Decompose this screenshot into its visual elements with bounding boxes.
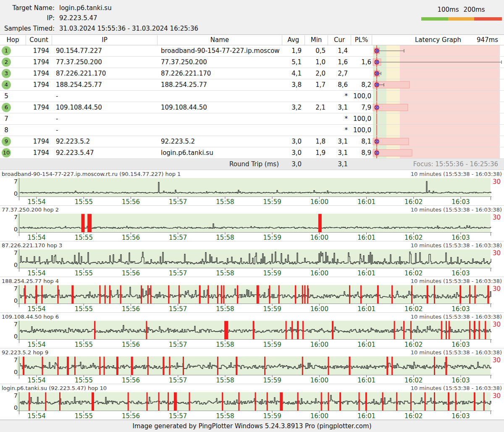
svg-text:16:01: 16:01 [357,412,375,419]
timeline-plot[interactable]: 15:5415:5515:5615:5715:5815:5916:0016:01… [0,392,504,419]
latency-graph-cell [372,45,504,56]
legend-200ms-label: 200ms [463,6,485,13]
svg-text:16:01: 16:01 [357,270,375,277]
timeline-range-label: 10 minutes (15:53:38 - 16:03:38) [411,314,502,320]
svg-text:15:56: 15:56 [122,270,140,277]
hop-badge: 8 [2,126,11,135]
col-header-avg: Avg [282,35,305,45]
timeline-title: 87.226.221.170 hop 3 [2,242,62,249]
avg-cell: 3,0 [282,138,305,145]
svg-text:16:00: 16:00 [310,234,328,241]
col-header-latency-graph: Latency Graph 947ms [372,35,504,45]
latency-graph-cell [372,57,504,68]
svg-text:16:03: 16:03 [452,270,470,277]
timeline-title: login.p6.tanki.su (92.223.5.47) hop 10 [2,385,107,391]
svg-text:16:03: 16:03 [452,412,470,419]
svg-text:16:01: 16:01 [357,234,375,241]
timeline-plot[interactable]: 15:5415:5515:5615:5715:5815:5916:0016:01… [0,285,504,312]
svg-text:15:57: 15:57 [169,341,187,348]
svg-text:0: 0 [14,226,18,233]
avg-cell: 3,8 [282,81,305,89]
hop-badge: 5 [2,92,11,101]
legend-green-segment [421,17,448,21]
svg-text:30: 30 [493,321,501,328]
svg-text:7: 7 [14,321,18,327]
latency-graph-cell [372,79,504,90]
svg-text:15:59: 15:59 [263,198,281,205]
table-row[interactable]: 10 1794 92.223.5.47 login.p6.tanki.su 3,… [0,147,504,159]
round-trip-avg: 3,0 [282,160,305,168]
avg-cell: 5,1 [282,58,305,66]
legend-100ms-label: 100ms [437,6,459,13]
svg-text:15:57: 15:57 [169,377,187,384]
svg-text:15:57: 15:57 [169,412,187,419]
hop-badge: 4 [2,80,11,89]
svg-text:15:56: 15:56 [122,234,140,241]
pl-cell: 100,0 [351,92,372,100]
svg-text:7: 7 [14,392,18,399]
hop-badge: 2 [2,58,11,67]
svg-text:16:00: 16:00 [310,341,328,348]
timeline-title: 92.223.5.2 hop 9 [2,349,48,356]
target-name-value: login.p6.tanki.su [59,3,112,13]
min-cell: 1,9 [305,149,328,157]
svg-text:16:03: 16:03 [452,234,470,241]
timeline-plot[interactable]: 15:5415:5515:5615:5715:5815:5916:0016:01… [0,249,504,277]
legend-orange-segment [448,17,474,21]
svg-text:0: 0 [14,262,18,268]
svg-text:15:54: 15:54 [28,377,46,384]
table-row[interactable]: 4 1794 188.254.25.77 188.254.25.77 3,8 1… [0,79,504,91]
svg-text:15:59: 15:59 [263,270,281,277]
latency-color-legend: 100ms 200ms [421,6,502,21]
timeline-plot[interactable]: 15:5415:5515:5615:5715:5815:5916:0016:01… [0,178,504,205]
table-row[interactable]: 5 - * 100,0 [0,91,504,102]
col-header-name: Name [158,35,282,45]
svg-text:16:00: 16:00 [310,305,328,312]
latency-graph-cell [372,125,504,136]
cur-cell: 1,4 [328,47,351,55]
svg-text:0: 0 [14,190,18,197]
ip-cell: 77.37.250.200 [52,58,158,66]
svg-text:16:02: 16:02 [404,234,423,241]
hop-badge: 1 [2,46,11,55]
timeline-plot[interactable]: 15:5415:5515:5615:5715:5815:5916:0016:01… [0,356,504,384]
cur-cell: * [328,92,351,100]
svg-text:15:58: 15:58 [216,412,234,419]
svg-text:15:54: 15:54 [28,305,46,312]
svg-text:15:55: 15:55 [75,234,93,241]
svg-text:16:02: 16:02 [404,305,423,312]
timeline-title: 77.37.250.200 hop 2 [2,207,59,213]
col-header-pl: PL% [351,35,372,45]
table-row[interactable]: 2 1794 77.37.250.200 77.37.250.200 5,1 1… [0,57,504,68]
svg-text:15:58: 15:58 [216,234,234,241]
svg-text:15:55: 15:55 [75,305,93,312]
latency-graph-cell [372,136,504,147]
timeline-plot[interactable]: 15:5415:5515:5615:5715:5815:5916:0016:01… [0,214,504,241]
svg-text:15:57: 15:57 [169,234,187,241]
table-row[interactable]: 1 1794 90.154.77.227 broadband-90-154-77… [0,45,504,57]
legend-color-bar [421,17,502,21]
svg-text:15:55: 15:55 [75,198,93,205]
cur-cell: 2,7 [328,70,351,77]
svg-text:30: 30 [493,392,501,400]
svg-text:30: 30 [493,356,501,364]
table-row[interactable]: 6 1794 109.108.44.50 109.108.44.50 3,2 2… [0,102,504,113]
ip-cell: - [52,92,158,100]
timeline-plot[interactable]: 15:5415:5515:5615:5715:5815:5916:0016:01… [0,321,504,348]
svg-text:16:00: 16:00 [310,198,328,205]
svg-text:15:54: 15:54 [28,270,46,277]
svg-text:16:02: 16:02 [404,412,423,419]
pl-cell: 100,0 [351,126,372,134]
cur-cell: 1,6 [328,58,351,66]
col-header-min: Min [305,35,328,45]
svg-text:30: 30 [493,214,501,221]
table-row[interactable]: 9 1794 92.223.5.2 92.223.5.2 3,0 1,8 3,1… [0,136,504,147]
table-row[interactable]: 3 1794 87.226.221.170 87.226.221.170 4,1… [0,68,504,79]
table-row[interactable]: 7 - * 100,0 [0,113,504,125]
count-cell: 1794 [26,138,52,145]
table-row[interactable]: 8 - * 100,0 [0,125,504,136]
pl-cell: 7,9 [351,104,372,111]
min-cell: 1,0 [305,58,328,66]
svg-text:0: 0 [14,404,18,411]
svg-text:15:58: 15:58 [216,270,234,277]
